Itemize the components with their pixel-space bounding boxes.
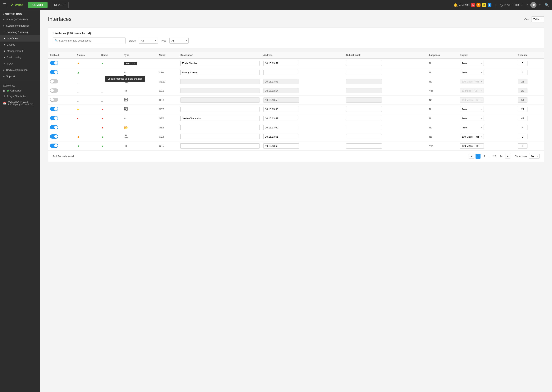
search-input[interactable] bbox=[53, 37, 125, 44]
sidebar-item-management-ip[interactable]: ■ Management IP bbox=[0, 48, 40, 54]
address-input[interactable] bbox=[263, 134, 299, 139]
subnet-input[interactable] bbox=[346, 143, 382, 148]
enabled-toggle[interactable] bbox=[50, 125, 58, 129]
type-icon-wrap[interactable]: ○ Enable interface to make changes bbox=[124, 71, 126, 74]
duplex-select[interactable]: 100 Mbps - Half Auto 10 Mbps - Full 10 M… bbox=[460, 143, 484, 148]
description-input[interactable] bbox=[180, 70, 259, 75]
distance-input[interactable] bbox=[518, 61, 527, 66]
description-input[interactable] bbox=[180, 125, 259, 130]
view-select[interactable]: Table List bbox=[531, 16, 544, 22]
commit-button[interactable]: COMMIT bbox=[28, 2, 48, 8]
description-input[interactable] bbox=[180, 134, 259, 139]
svg-rect-0 bbox=[125, 80, 126, 80]
address-input[interactable] bbox=[263, 143, 299, 148]
pg-next-button[interactable]: ▶ bbox=[505, 154, 510, 159]
address-input[interactable] bbox=[263, 61, 299, 66]
duplex-select: 100 Mbps - Full Auto 10 Mbps - Full 10 M… bbox=[460, 79, 484, 84]
logo-text: Aviat bbox=[15, 3, 23, 7]
duplex-cell: Auto Auto 10 Mbps - Full 10 Mbps - Half … bbox=[458, 105, 516, 114]
sidebar-item-static-routing[interactable]: ■ Static routing bbox=[0, 54, 40, 61]
status-cell: ▲ bbox=[99, 132, 122, 141]
pg-num-1[interactable]: 1 bbox=[476, 154, 480, 159]
col-duplex: Duplex bbox=[458, 52, 516, 59]
name-cell: GE8 bbox=[157, 96, 179, 105]
pg-prev-button[interactable]: ◀ bbox=[469, 154, 474, 159]
address-cell bbox=[261, 59, 344, 68]
address-input[interactable] bbox=[263, 116, 299, 121]
apps-icon[interactable]: ≀ bbox=[527, 3, 528, 7]
status-down-icon: ▼ bbox=[101, 117, 104, 120]
enabled-toggle[interactable] bbox=[50, 116, 58, 120]
type-cell bbox=[122, 132, 157, 141]
search-icon[interactable]: 🔍 bbox=[545, 3, 549, 7]
table-row: ● ▼ ○ GE6 No Auto Auto 10 Mbps - Full 10… bbox=[48, 114, 544, 123]
duplex-select[interactable]: Auto Auto 10 Mbps - Full 10 Mbps - Half … bbox=[460, 61, 484, 66]
duplex-select[interactable]: Auto Auto 10 Mbps - Full 10 Mbps - Half … bbox=[460, 116, 484, 121]
enabled-toggle[interactable] bbox=[50, 107, 58, 111]
enabled-toggle[interactable] bbox=[50, 70, 58, 74]
sidebar-item-radio-config[interactable]: ▶ Radio configuration bbox=[0, 67, 40, 73]
alarms-cell bbox=[75, 123, 99, 132]
address-input[interactable] bbox=[263, 70, 299, 75]
enabled-toggle[interactable] bbox=[50, 88, 58, 93]
pg-num-24[interactable]: 24 bbox=[499, 154, 504, 159]
description-input[interactable] bbox=[180, 61, 259, 66]
duplex-select[interactable]: Auto Auto 10 Mbps - Full 10 Mbps - Half … bbox=[460, 125, 484, 130]
description-input[interactable] bbox=[180, 116, 259, 121]
status-neutral-icon: ⎯ bbox=[101, 89, 103, 92]
subnet-input[interactable] bbox=[346, 70, 382, 75]
table-row: ▲ ⎯ ○ Enable interface to make changes X… bbox=[48, 68, 544, 77]
subnet-input[interactable] bbox=[346, 116, 382, 121]
subnet-cell bbox=[344, 59, 427, 68]
distance-input[interactable] bbox=[518, 107, 527, 112]
subnet-input[interactable] bbox=[346, 125, 382, 130]
enabled-toggle[interactable] bbox=[50, 144, 58, 148]
records-found: 248 Records found bbox=[53, 155, 74, 158]
address-input[interactable] bbox=[263, 125, 299, 130]
sidebar-item-interfaces[interactable]: ■ Interfaces bbox=[0, 35, 40, 42]
sidebar-item-switching-routing[interactable]: ▼ Switching & routing bbox=[0, 29, 40, 35]
duplex-cell: 100 Mbps - Full Auto 10 Mbps - Full 10 M… bbox=[458, 77, 516, 86]
description-input[interactable] bbox=[180, 107, 259, 112]
show-rows-select-wrap: 10 25 50 100 bbox=[529, 154, 539, 159]
subnet-input[interactable] bbox=[346, 61, 382, 66]
sidebar-item-vlan[interactable]: ▶ VLAN bbox=[0, 61, 40, 67]
distance-input bbox=[518, 88, 527, 93]
loopback-cell: No bbox=[427, 132, 458, 141]
distance-input[interactable] bbox=[518, 125, 527, 130]
sidebar-item-entities[interactable]: ■ Entities bbox=[0, 42, 40, 48]
alarm-badge-orange: 4 bbox=[477, 3, 480, 7]
pg-num-23[interactable]: 23 bbox=[492, 154, 497, 159]
distance-input[interactable] bbox=[518, 116, 527, 121]
duplex-select[interactable]: 100 Mbps - Full Auto 10 Mbps - Full 10 M… bbox=[460, 134, 484, 139]
address-input[interactable] bbox=[263, 107, 299, 112]
distance-input[interactable] bbox=[518, 70, 527, 75]
duplex-select[interactable]: Auto Auto 10 Mbps - Full 10 Mbps - Half … bbox=[460, 107, 484, 112]
distance-input[interactable] bbox=[518, 134, 527, 139]
description-input[interactable] bbox=[180, 143, 259, 148]
loopback-cell: Yes bbox=[427, 141, 458, 151]
alarms-cell: ▲ bbox=[75, 68, 99, 77]
sidebar-item-support[interactable]: ▶ Support bbox=[0, 73, 40, 79]
hamburger-icon[interactable]: ☰ bbox=[3, 3, 7, 7]
alarm-bell-icon: 🔔 bbox=[453, 3, 458, 7]
connected-label: Connected bbox=[10, 89, 22, 92]
enabled-toggle[interactable] bbox=[50, 98, 58, 102]
pg-num-2[interactable]: 2 bbox=[482, 154, 487, 159]
revert-timer[interactable]: ◯ REVERT TIMER bbox=[500, 4, 522, 7]
subnet-input[interactable] bbox=[346, 134, 382, 139]
enabled-toggle[interactable] bbox=[50, 134, 58, 139]
sidebar-item-system-config[interactable]: ▶ System configuration bbox=[0, 23, 40, 29]
show-rows-select[interactable]: 10 25 50 100 bbox=[529, 154, 539, 159]
subnet-input[interactable] bbox=[346, 107, 382, 112]
status-filter-select[interactable]: All Up Down bbox=[139, 38, 158, 44]
revert-button[interactable]: REVERT bbox=[51, 2, 69, 8]
enabled-toggle[interactable] bbox=[50, 79, 58, 84]
distance-input[interactable] bbox=[518, 143, 527, 148]
enabled-toggle[interactable] bbox=[50, 61, 58, 65]
type-filter-select[interactable]: All bbox=[169, 38, 189, 44]
avatar[interactable]: JD bbox=[530, 2, 537, 8]
sidebar-item-status[interactable]: ▶ Status (WTM 4100) bbox=[0, 16, 40, 23]
avatar-caret-icon[interactable]: ▼ bbox=[539, 4, 541, 6]
duplex-select[interactable]: Auto Auto 10 Mbps - Full 10 Mbps - Half … bbox=[460, 70, 484, 75]
